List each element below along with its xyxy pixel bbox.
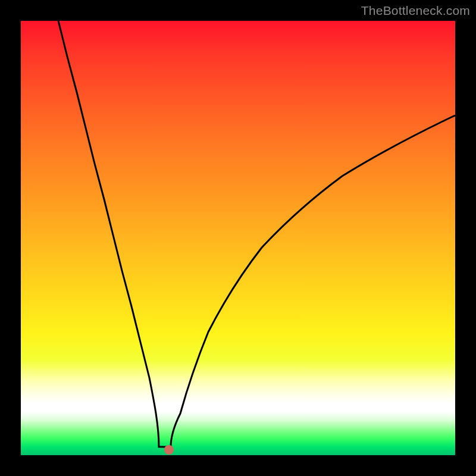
chart-svg [21, 21, 455, 455]
plot-area [21, 21, 455, 455]
chart-frame: TheBottleneck.com [0, 0, 476, 476]
watermark-text: TheBottleneck.com [361, 4, 470, 18]
bottleneck-curve [58, 21, 455, 447]
marker-dot [164, 445, 174, 455]
